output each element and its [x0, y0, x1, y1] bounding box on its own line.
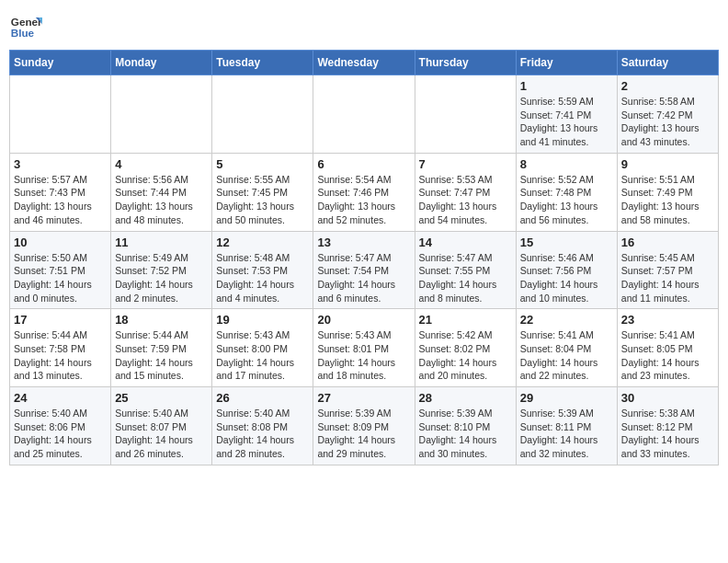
col-header-friday: Friday [516, 51, 617, 75]
day-info: Sunrise: 5:39 AM Sunset: 8:09 PM Dayligh… [317, 407, 410, 461]
day-number: 1 [520, 79, 613, 93]
calendar-cell: 21Sunrise: 5:42 AM Sunset: 8:02 PM Dayli… [415, 309, 516, 387]
calendar-cell: 13Sunrise: 5:47 AM Sunset: 7:54 PM Dayli… [313, 231, 415, 309]
calendar-cell: 29Sunrise: 5:39 AM Sunset: 8:11 PM Dayli… [516, 387, 617, 465]
col-header-wednesday: Wednesday [313, 51, 415, 75]
day-number: 29 [520, 391, 613, 405]
day-number: 5 [216, 157, 309, 171]
calendar-cell: 5Sunrise: 5:55 AM Sunset: 7:45 PM Daylig… [212, 153, 313, 231]
day-number: 3 [14, 157, 107, 171]
day-info: Sunrise: 5:39 AM Sunset: 8:11 PM Dayligh… [520, 407, 613, 461]
day-info: Sunrise: 5:56 AM Sunset: 7:44 PM Dayligh… [115, 173, 208, 227]
calendar-cell: 16Sunrise: 5:45 AM Sunset: 7:57 PM Dayli… [617, 231, 718, 309]
day-number: 21 [419, 313, 512, 327]
col-header-saturday: Saturday [617, 51, 718, 75]
calendar-cell: 26Sunrise: 5:40 AM Sunset: 8:08 PM Dayli… [212, 387, 313, 465]
calendar-cell [111, 75, 212, 154]
day-info: Sunrise: 5:40 AM Sunset: 8:07 PM Dayligh… [115, 407, 208, 461]
day-info: Sunrise: 5:40 AM Sunset: 8:08 PM Dayligh… [216, 407, 309, 461]
day-number: 4 [115, 157, 208, 171]
col-header-monday: Monday [111, 51, 212, 75]
calendar-cell: 30Sunrise: 5:38 AM Sunset: 8:12 PM Dayli… [617, 387, 718, 465]
day-info: Sunrise: 5:53 AM Sunset: 7:47 PM Dayligh… [419, 173, 512, 227]
day-info: Sunrise: 5:54 AM Sunset: 7:46 PM Dayligh… [317, 173, 410, 227]
day-number: 15 [520, 236, 613, 249]
calendar-cell [10, 75, 111, 154]
day-number: 7 [419, 157, 512, 171]
day-info: Sunrise: 5:47 AM Sunset: 7:55 PM Dayligh… [419, 251, 512, 305]
calendar-table: SundayMondayTuesdayWednesdayThursdayFrid… [9, 50, 719, 465]
calendar-cell: 22Sunrise: 5:41 AM Sunset: 8:04 PM Dayli… [516, 309, 617, 387]
day-number: 14 [419, 236, 512, 249]
week-row-4: 17Sunrise: 5:44 AM Sunset: 7:58 PM Dayli… [10, 309, 719, 387]
day-number: 30 [621, 391, 714, 405]
day-info: Sunrise: 5:43 AM Sunset: 8:01 PM Dayligh… [317, 328, 410, 383]
calendar-cell: 7Sunrise: 5:53 AM Sunset: 7:47 PM Daylig… [415, 153, 516, 231]
day-info: Sunrise: 5:50 AM Sunset: 7:51 PM Dayligh… [14, 251, 107, 305]
calendar-cell: 18Sunrise: 5:44 AM Sunset: 7:59 PM Dayli… [111, 309, 212, 387]
day-info: Sunrise: 5:44 AM Sunset: 7:58 PM Dayligh… [14, 328, 107, 383]
day-info: Sunrise: 5:51 AM Sunset: 7:49 PM Dayligh… [621, 173, 714, 227]
calendar-cell: 28Sunrise: 5:39 AM Sunset: 8:10 PM Dayli… [415, 387, 516, 465]
calendar-cell: 15Sunrise: 5:46 AM Sunset: 7:56 PM Dayli… [516, 231, 617, 309]
calendar-cell: 20Sunrise: 5:43 AM Sunset: 8:01 PM Dayli… [313, 309, 415, 387]
day-info: Sunrise: 5:45 AM Sunset: 7:57 PM Dayligh… [621, 251, 714, 305]
logo-icon: General Blue [9, 9, 42, 42]
calendar-cell: 4Sunrise: 5:56 AM Sunset: 7:44 PM Daylig… [111, 153, 212, 231]
day-info: Sunrise: 5:44 AM Sunset: 7:59 PM Dayligh… [115, 328, 208, 383]
day-number: 27 [317, 391, 410, 405]
col-header-sunday: Sunday [10, 51, 111, 75]
calendar-cell [212, 75, 313, 154]
day-info: Sunrise: 5:41 AM Sunset: 8:04 PM Dayligh… [520, 328, 613, 383]
calendar-cell: 24Sunrise: 5:40 AM Sunset: 8:06 PM Dayli… [10, 387, 111, 465]
calendar-cell: 19Sunrise: 5:43 AM Sunset: 8:00 PM Dayli… [212, 309, 313, 387]
calendar-cell [313, 75, 415, 154]
calendar-cell: 8Sunrise: 5:52 AM Sunset: 7:48 PM Daylig… [516, 153, 617, 231]
day-info: Sunrise: 5:59 AM Sunset: 7:41 PM Dayligh… [520, 95, 613, 149]
calendar-cell: 3Sunrise: 5:57 AM Sunset: 7:43 PM Daylig… [10, 153, 111, 231]
day-number: 24 [14, 391, 107, 405]
logo: General Blue [9, 9, 42, 42]
day-number: 11 [115, 236, 208, 249]
day-info: Sunrise: 5:47 AM Sunset: 7:54 PM Dayligh… [317, 251, 410, 305]
col-header-thursday: Thursday [415, 51, 516, 75]
calendar-header-row: SundayMondayTuesdayWednesdayThursdayFrid… [10, 51, 719, 75]
day-number: 13 [317, 236, 410, 249]
calendar-cell: 1Sunrise: 5:59 AM Sunset: 7:41 PM Daylig… [516, 75, 617, 154]
calendar-cell: 10Sunrise: 5:50 AM Sunset: 7:51 PM Dayli… [10, 231, 111, 309]
day-number: 28 [419, 391, 512, 405]
day-number: 23 [621, 313, 714, 327]
day-number: 20 [317, 313, 410, 327]
day-info: Sunrise: 5:42 AM Sunset: 8:02 PM Dayligh… [419, 328, 512, 383]
week-row-5: 24Sunrise: 5:40 AM Sunset: 8:06 PM Dayli… [10, 387, 719, 465]
svg-text:Blue: Blue [11, 27, 35, 39]
calendar-cell: 11Sunrise: 5:49 AM Sunset: 7:52 PM Dayli… [111, 231, 212, 309]
calendar-cell [415, 75, 516, 154]
day-number: 16 [621, 236, 714, 249]
day-number: 19 [216, 313, 309, 327]
calendar-cell: 12Sunrise: 5:48 AM Sunset: 7:53 PM Dayli… [212, 231, 313, 309]
day-number: 25 [115, 391, 208, 405]
day-info: Sunrise: 5:43 AM Sunset: 8:00 PM Dayligh… [216, 328, 309, 383]
day-info: Sunrise: 5:38 AM Sunset: 8:12 PM Dayligh… [621, 407, 714, 461]
day-number: 22 [520, 313, 613, 327]
calendar-cell: 17Sunrise: 5:44 AM Sunset: 7:58 PM Dayli… [10, 309, 111, 387]
col-header-tuesday: Tuesday [212, 51, 313, 75]
day-number: 9 [621, 157, 714, 171]
day-info: Sunrise: 5:39 AM Sunset: 8:10 PM Dayligh… [419, 407, 512, 461]
day-info: Sunrise: 5:41 AM Sunset: 8:05 PM Dayligh… [621, 328, 714, 383]
calendar-cell: 6Sunrise: 5:54 AM Sunset: 7:46 PM Daylig… [313, 153, 415, 231]
day-info: Sunrise: 5:48 AM Sunset: 7:53 PM Dayligh… [216, 251, 309, 305]
week-row-3: 10Sunrise: 5:50 AM Sunset: 7:51 PM Dayli… [10, 231, 719, 309]
day-number: 6 [317, 157, 410, 171]
day-info: Sunrise: 5:57 AM Sunset: 7:43 PM Dayligh… [14, 173, 107, 227]
day-info: Sunrise: 5:49 AM Sunset: 7:52 PM Dayligh… [115, 251, 208, 305]
calendar-cell: 23Sunrise: 5:41 AM Sunset: 8:05 PM Dayli… [617, 309, 718, 387]
day-info: Sunrise: 5:40 AM Sunset: 8:06 PM Dayligh… [14, 407, 107, 461]
day-info: Sunrise: 5:58 AM Sunset: 7:42 PM Dayligh… [621, 95, 714, 149]
calendar-cell: 25Sunrise: 5:40 AM Sunset: 8:07 PM Dayli… [111, 387, 212, 465]
calendar-cell: 9Sunrise: 5:51 AM Sunset: 7:49 PM Daylig… [617, 153, 718, 231]
day-number: 17 [14, 313, 107, 327]
day-number: 26 [216, 391, 309, 405]
day-number: 18 [115, 313, 208, 327]
